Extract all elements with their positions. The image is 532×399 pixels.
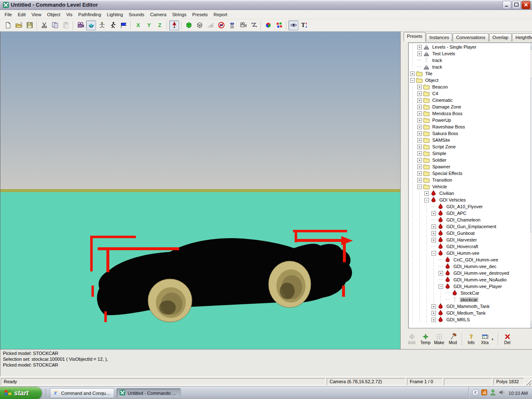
menu-presets[interactable]: Presets <box>190 11 211 18</box>
tree-item-gdi-hovercraft[interactable]: GDI_Hovercraft <box>409 243 531 250</box>
tree-item-object[interactable]: −Object <box>409 77 531 84</box>
rgb-dots-button[interactable] <box>274 20 284 30</box>
vis-camera-button[interactable] <box>238 20 248 30</box>
tree-item-beacon[interactable]: +Beacon <box>409 84 531 90</box>
tray-app-icon[interactable] <box>481 389 488 397</box>
tree-item-gdi-mrls[interactable]: +GDI_MRLS <box>409 316 531 323</box>
menu-camera[interactable]: Camera <box>147 11 169 18</box>
walk-mode-button[interactable] <box>108 20 118 30</box>
mod-button[interactable]: Mod <box>446 331 460 347</box>
tree-item-test-levels[interactable]: +Test Levels <box>409 50 531 57</box>
tree-item-soldier[interactable]: +Soldier <box>409 157 531 163</box>
wire-cube-button[interactable] <box>195 20 204 30</box>
tree-item-sakura-boss[interactable]: +Sakura Boss <box>409 130 531 137</box>
tree-item-mendoza-boss[interactable]: +Mendoza Boss <box>409 110 531 117</box>
del-button[interactable]: Del <box>500 331 514 347</box>
quicklaunch-handle[interactable] <box>44 389 47 398</box>
tree-item-vehicle[interactable]: −Vehicle <box>409 183 531 190</box>
resize-grip[interactable] <box>525 378 531 385</box>
menu-vis[interactable]: Vis <box>63 11 75 18</box>
axis-z-button[interactable]: Z <box>155 20 165 30</box>
movie-camera-button[interactable] <box>75 20 85 30</box>
teapot-render-button[interactable] <box>86 20 96 30</box>
expand-icon[interactable]: + <box>410 71 415 76</box>
vis-sector-button[interactable] <box>205 20 215 30</box>
expand-icon[interactable]: + <box>431 318 436 322</box>
expand-icon[interactable]: + <box>417 171 422 176</box>
tree-item-script-zone[interactable]: +Script Zone <box>409 143 531 150</box>
expand-icon[interactable]: + <box>431 231 436 236</box>
close-button[interactable] <box>522 1 530 9</box>
expand-icon[interactable]: + <box>424 191 429 196</box>
tree-item-gdi-humm-vee-destroyed[interactable]: +GDI_Humm-vee_destroyed <box>409 270 531 276</box>
expand-icon[interactable]: + <box>417 105 422 109</box>
tree-item-spawner[interactable]: +Spawner <box>409 163 531 170</box>
tab-overlap[interactable]: Overlap <box>489 33 512 42</box>
tree-item-cnc-gdi-humm-vee[interactable]: CnC_GDI_Humm-vee <box>409 256 531 263</box>
expand-icon[interactable]: + <box>417 158 422 163</box>
menu-object[interactable]: Object <box>44 11 63 18</box>
axis-y-button[interactable]: Y <box>144 20 154 30</box>
collapse-icon[interactable]: − <box>424 198 429 202</box>
tree-item-gdi-a10-flyover[interactable]: GDI_A10_Flyover <box>409 203 531 210</box>
expand-icon[interactable]: + <box>417 125 422 129</box>
open-folder-button[interactable] <box>14 20 24 30</box>
expand-icon[interactable]: + <box>431 211 436 216</box>
temp-button[interactable]: Temp <box>419 331 432 347</box>
tray-collapse-chevron-icon[interactable] <box>472 389 479 397</box>
paste-button[interactable] <box>61 20 71 30</box>
xtra-button[interactable]: Xtra <box>478 331 492 347</box>
tree-item-track[interactable]: track <box>409 64 531 70</box>
text-size-button[interactable]: T <box>299 20 309 30</box>
start-button[interactable]: start <box>0 387 42 399</box>
menu-pathfinding[interactable]: Pathfinding <box>75 11 104 18</box>
tree-scrollbar[interactable]: ▲ ▼ <box>530 43 532 328</box>
orbit-gizmo-button[interactable] <box>97 20 107 30</box>
tab-heightfield[interactable]: Heightfield <box>512 33 532 42</box>
expand-icon[interactable]: + <box>417 145 422 149</box>
tree-item-gdi-chameleon[interactable]: GDI_Chameleon <box>409 217 531 223</box>
tree-item-gdi-humm-vee[interactable]: −GDI_Humm-vee <box>409 250 531 256</box>
tree-item-samsite[interactable]: +SAMSite <box>409 137 531 143</box>
tree-item-gdi-humm-vee-noaudio[interactable]: GDI_Humm-vee_NoAudio <box>409 276 531 283</box>
axis-x-button[interactable]: X <box>133 20 143 30</box>
minimize-button[interactable] <box>502 1 511 9</box>
vis-raise-button[interactable] <box>227 20 237 30</box>
tree-item-special-effects[interactable]: +Special Effects <box>409 170 531 177</box>
expand-icon[interactable]: + <box>417 151 422 156</box>
eye-box-button[interactable] <box>288 20 298 30</box>
tree-item-simple[interactable]: +Simple <box>409 150 531 157</box>
tree-item-gdi-humm-vee-player[interactable]: −GDI_Humm-vee_Player <box>409 283 531 290</box>
expand-icon[interactable]: + <box>417 91 422 96</box>
tree-item-gdi-vehicles[interactable]: −GDI Vehicles <box>409 197 531 203</box>
tree-item-track[interactable]: track <box>409 57 531 64</box>
solid-cube-button[interactable] <box>184 20 194 30</box>
drop-to-ground-button[interactable] <box>169 20 179 30</box>
expand-icon[interactable]: + <box>431 311 436 315</box>
tray-volume-icon[interactable] <box>498 389 505 397</box>
expand-icon[interactable]: + <box>417 178 422 182</box>
tree-item-civilian[interactable]: +Civilian <box>409 190 531 197</box>
tree-item-powerup[interactable]: +PowerUp <box>409 117 531 123</box>
tree-item-stockcar[interactable]: stockcar <box>409 296 531 303</box>
tree-item-c4[interactable]: +C4 <box>409 90 531 97</box>
tree-item-raveshaw-boss[interactable]: +Raveshaw Boss <box>409 123 531 130</box>
tree-item-gdi-mammoth-tank[interactable]: +GDI_Mammoth_Tank <box>409 303 531 310</box>
tree-item-gdi-humm-vee-dec[interactable]: GDI_Humm-vee_dec <box>409 263 531 270</box>
tray-messenger-icon[interactable] <box>490 389 496 397</box>
tree-item-damage-zone[interactable]: +Damage Zone <box>409 103 531 110</box>
expand-icon[interactable]: + <box>417 118 422 123</box>
expand-icon[interactable]: + <box>417 131 422 136</box>
add-button[interactable]: Add <box>405 331 419 347</box>
expand-icon[interactable]: + <box>417 85 422 89</box>
expand-icon[interactable]: + <box>431 238 436 242</box>
tree-item-stockcar[interactable]: StockCar <box>409 290 531 296</box>
expand-icon[interactable]: + <box>431 224 436 229</box>
vis-disable-button[interactable] <box>216 20 226 30</box>
rgb-cube-button[interactable] <box>263 20 273 30</box>
xtra-dropdown-arrow[interactable]: ▾ <box>492 331 496 347</box>
tree-item-transition[interactable]: +Transition <box>409 177 531 183</box>
vis-polygon-button[interactable] <box>249 20 259 30</box>
maximize-button[interactable] <box>512 1 521 9</box>
expand-icon[interactable]: + <box>417 98 422 103</box>
